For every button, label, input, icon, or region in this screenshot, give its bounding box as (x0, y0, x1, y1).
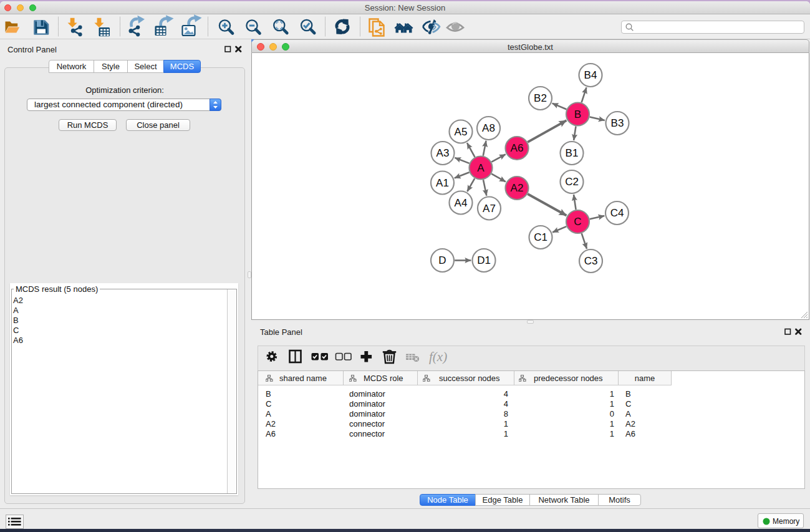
svg-text:C2: C2 (565, 176, 579, 188)
svg-text:D1: D1 (477, 254, 491, 266)
svg-text:A8: A8 (482, 122, 495, 134)
svg-text:A3: A3 (436, 147, 450, 159)
svg-text:C3: C3 (584, 255, 598, 267)
svg-text:A2: A2 (511, 182, 524, 194)
svg-text:A1: A1 (436, 177, 449, 189)
svg-text:A7: A7 (483, 203, 496, 215)
svg-text:B4: B4 (584, 69, 597, 81)
svg-text:A: A (477, 162, 485, 174)
svg-text:A6: A6 (511, 142, 524, 154)
svg-text:A5: A5 (455, 126, 468, 138)
svg-text:B2: B2 (534, 92, 547, 104)
svg-text:f(x): f(x) (429, 349, 447, 364)
svg-text:C4: C4 (610, 207, 624, 219)
svg-text:C1: C1 (534, 231, 547, 243)
svg-text:B3: B3 (611, 117, 624, 129)
svg-text:A4: A4 (455, 197, 468, 209)
svg-text:C: C (574, 216, 581, 228)
svg-text:B1: B1 (566, 147, 579, 159)
svg-text:D: D (438, 254, 446, 266)
svg-text:B: B (574, 109, 581, 120)
